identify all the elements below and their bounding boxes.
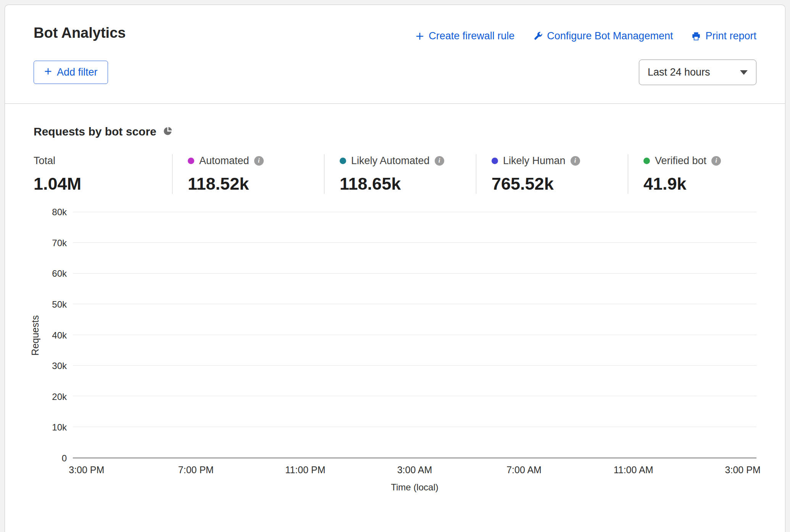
info-icon[interactable] [435,156,444,166]
y-axis-ticks: 010k20k30k40k50k60k70k80k [43,212,73,458]
gridline [73,396,756,396]
plus-icon [415,32,424,41]
requests-chart: Requests 010k20k30k40k50k60k70k80k 3:00 … [5,194,785,495]
gridline [73,304,756,304]
x-axis-tick-label: 3:00 PM [69,464,104,476]
verified-bot-legend-dot [643,158,650,164]
create-firewall-rule-link[interactable]: Create firewall rule [415,30,514,42]
time-range-select[interactable]: Last 24 hours [639,60,756,85]
gridline [73,335,756,335]
gridline [73,242,756,243]
section-title-row: Requests by bot score [5,104,785,151]
stat-verified-bot-label: Verified bot [655,155,706,167]
stat-likely-automated-label: Likely Automated [351,155,430,167]
plot-area [73,212,756,458]
x-axis-tick-label: 11:00 AM [614,464,653,476]
bars [73,212,756,458]
filter-row: Add filter Last 24 hours [5,42,785,103]
stats-row: Total 1.04M Automated 118.52k Likely Aut… [5,151,785,194]
plus-icon [44,66,52,78]
add-filter-button[interactable]: Add filter [34,61,108,84]
print-report-link[interactable]: Print report [691,30,756,42]
stat-likely-human-label: Likely Human [503,155,566,167]
section-title: Requests by bot score [34,125,156,138]
page-title: Bot Analytics [34,25,126,41]
print-report-label: Print report [705,30,756,42]
bot-analytics-card: Bot Analytics Create firewall rule Confi… [5,5,785,532]
likely-human-legend-dot [492,158,498,164]
configure-bot-management-label: Configure Bot Management [547,30,673,42]
add-filter-label: Add filter [57,66,98,78]
x-axis-ticks: 3:00 PM7:00 PM11:00 PM3:00 AM7:00 AM11:0… [73,458,756,478]
y-axis-tick-label: 60k [52,268,67,279]
y-axis-tick-label: 0 [62,453,67,464]
y-axis-tick-label: 10k [52,422,67,433]
stat-automated-value: 118.52k [188,174,324,194]
printer-icon [691,31,701,41]
y-axis-tick-label: 80k [52,207,67,218]
stat-likely-human: Likely Human 765.52k [476,154,628,194]
y-axis-tick-label: 70k [52,238,67,248]
y-axis-tick-label: 40k [52,330,67,341]
gridline [73,273,756,274]
configure-bot-management-link[interactable]: Configure Bot Management [533,30,673,42]
wrench-icon [533,31,543,41]
stat-verified-bot-value: 41.9k [643,174,780,194]
time-range-value: Last 24 hours [648,66,710,78]
stat-total-label: Total [34,155,55,167]
stat-total-value: 1.04M [34,174,172,194]
create-firewall-rule-label: Create firewall rule [429,30,514,42]
stat-verified-bot: Verified bot 41.9k [628,154,780,194]
gridline [73,212,756,212]
y-axis-tick-label: 30k [52,361,67,371]
likely-automated-legend-dot [340,158,346,164]
x-axis-tick-label: 7:00 AM [506,464,542,476]
card-header: Bot Analytics Create firewall rule Confi… [5,5,785,42]
info-icon[interactable] [571,156,580,166]
gridline [73,427,756,427]
stat-automated-label: Automated [199,155,249,167]
header-actions: Create firewall rule Configure Bot Manag… [415,25,756,42]
info-icon[interactable] [254,156,264,166]
chevron-down-icon [740,70,748,75]
stat-likely-automated-value: 118.65k [340,174,476,194]
x-axis-tick-label: 3:00 AM [397,464,432,476]
x-axis-tick-label: 7:00 PM [178,464,214,476]
y-axis-tick-label: 20k [52,392,67,402]
stat-total: Total 1.04M [34,154,172,194]
stat-likely-automated: Likely Automated 118.65k [324,154,476,194]
automated-legend-dot [188,158,194,164]
x-axis-tick-label: 11:00 PM [285,464,325,476]
y-axis-tick-label: 50k [52,299,67,310]
info-icon[interactable] [711,156,721,166]
x-axis-title: Time (local) [73,478,756,495]
y-axis-title: Requests [27,212,43,458]
pie-chart-icon [163,126,173,138]
stat-automated: Automated 118.52k [172,154,324,194]
gridline [73,365,756,366]
x-axis-tick-label: 3:00 PM [725,464,761,476]
stat-likely-human-value: 765.52k [492,174,628,194]
